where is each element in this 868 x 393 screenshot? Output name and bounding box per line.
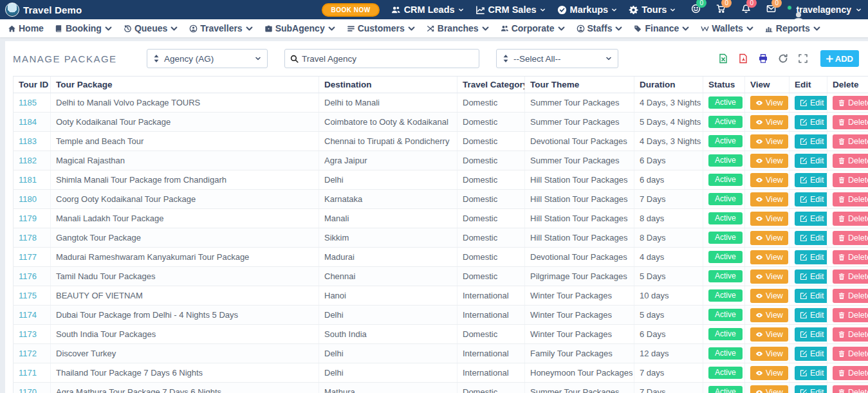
edit-button[interactable]: Edit	[795, 366, 827, 380]
tour-id-link[interactable]: 1181	[19, 175, 37, 185]
delete-button[interactable]: Delete	[833, 347, 868, 361]
tour-id-link[interactable]: 1178	[19, 233, 37, 242]
edit-button[interactable]: Edit	[795, 115, 827, 129]
delete-button[interactable]: Delete	[833, 270, 868, 284]
edit-button[interactable]: Edit	[795, 289, 827, 303]
brand[interactable]: Travel Demo	[5, 3, 82, 17]
nav-item-home[interactable]: Home	[8, 23, 44, 33]
menu-crm-sales[interactable]: CRM Sales	[476, 5, 546, 15]
edit-button[interactable]: Edit	[795, 154, 827, 168]
nav-item-finance[interactable]: Finance	[634, 23, 690, 33]
delete-button[interactable]: Delete	[833, 231, 868, 245]
edit-button[interactable]: Edit	[795, 231, 827, 245]
delete-button[interactable]: Delete	[833, 192, 868, 206]
delete-button[interactable]: Delete	[833, 212, 868, 226]
nav-item-subagency[interactable]: SubAgency	[264, 23, 336, 33]
fullscreen-button[interactable]	[798, 53, 808, 64]
edit-button[interactable]: Edit	[795, 347, 827, 361]
view-button[interactable]: View	[750, 115, 788, 129]
nav-item-branches[interactable]: Branches	[427, 23, 490, 33]
edit-button[interactable]: Edit	[795, 308, 827, 322]
view-button-label: View	[766, 137, 783, 146]
tour-id-link[interactable]: 1170	[19, 387, 37, 393]
edit-button[interactable]: Edit	[795, 173, 827, 187]
nav-item-reports[interactable]: Reports	[765, 23, 821, 33]
delete-button[interactable]: Delete	[833, 327, 868, 342]
view-button[interactable]: View	[750, 347, 788, 361]
view-button[interactable]: View	[750, 134, 788, 149]
delete-button[interactable]: Delete	[833, 96, 868, 110]
tour-id-link[interactable]: 1180	[19, 194, 37, 204]
tour-id-link[interactable]: 1175	[19, 291, 37, 300]
delete-button[interactable]: Delete	[833, 308, 868, 322]
edit-button[interactable]: Edit	[795, 270, 827, 284]
status-filter-select[interactable]: --Select All--	[496, 49, 618, 68]
book-now-button[interactable]: BOOK NOW	[322, 3, 379, 17]
nav-item-queues[interactable]: Queues	[124, 23, 178, 33]
delete-button[interactable]: Delete	[833, 250, 868, 264]
print-button[interactable]	[758, 53, 768, 64]
tour-id-link[interactable]: 1174	[19, 310, 37, 320]
excel-export-button[interactable]	[718, 53, 728, 64]
tour-id-link[interactable]: 1184	[19, 117, 37, 127]
view-button[interactable]: View	[750, 192, 788, 206]
chat-button[interactable]: 0	[691, 4, 701, 16]
pdf-export-button[interactable]	[738, 53, 748, 64]
user-menu[interactable]: travelagency	[791, 5, 862, 15]
view-button[interactable]: View	[750, 154, 788, 168]
delete-button[interactable]: Delete	[833, 366, 868, 380]
view-button[interactable]: View	[750, 366, 788, 380]
tour-id-link[interactable]: 1176	[19, 271, 37, 281]
view-button[interactable]: View	[750, 289, 788, 303]
edit-button[interactable]: Edit	[795, 212, 827, 226]
delete-button[interactable]: Delete	[833, 134, 868, 149]
delete-button[interactable]: Delete	[833, 115, 868, 129]
tour-id-link[interactable]: 1183	[19, 136, 37, 146]
agency-select[interactable]: Agency (AG)	[147, 49, 268, 68]
nav-item-customers[interactable]: Customers	[347, 23, 416, 33]
tour-id-link[interactable]: 1172	[19, 349, 37, 358]
view-button[interactable]: View	[750, 327, 788, 342]
nav-item-wallets[interactable]: Wallets	[701, 23, 754, 33]
edit-button[interactable]: Edit	[795, 134, 827, 149]
view-button[interactable]: View	[750, 250, 788, 264]
edit-button[interactable]: Edit	[795, 96, 827, 110]
view-button[interactable]: View	[750, 212, 788, 226]
menu-crm-leads[interactable]: CRM Leads	[391, 5, 464, 15]
view-button[interactable]: View	[750, 96, 788, 110]
delete-button[interactable]: Delete	[833, 154, 868, 168]
view-button[interactable]: View	[750, 308, 788, 322]
delete-button[interactable]: Delete	[833, 289, 868, 303]
edit-button[interactable]: Edit	[795, 385, 827, 393]
nav-item-corporate[interactable]: Corporate	[501, 23, 566, 33]
refresh-button[interactable]	[778, 53, 788, 64]
add-button[interactable]: ADD	[820, 50, 859, 67]
view-button[interactable]: View	[750, 385, 788, 393]
delete-button[interactable]: Delete	[833, 385, 868, 393]
tour-id-link[interactable]: 1182	[19, 156, 37, 165]
notifications-button[interactable]: 0	[741, 4, 751, 16]
shuffle-icon	[427, 24, 435, 33]
cart-button[interactable]: 0	[716, 4, 726, 16]
messages-button[interactable]: 0	[766, 4, 776, 16]
nav-item-booking[interactable]: Booking	[55, 23, 113, 33]
view-button[interactable]: View	[750, 173, 788, 187]
view-button[interactable]: View	[750, 231, 788, 245]
sort-arrows-icon	[503, 55, 509, 62]
tour-id-link[interactable]: 1171	[19, 368, 37, 378]
menu-tours[interactable]: Tours	[629, 5, 676, 15]
menu-markups[interactable]: Markups	[557, 5, 618, 15]
edit-button[interactable]: Edit	[795, 250, 827, 264]
edit-button[interactable]: Edit	[795, 327, 827, 342]
nav-item-staffs[interactable]: Staffs	[577, 23, 623, 33]
delete-button[interactable]: Delete	[833, 173, 868, 187]
tour-id-link[interactable]: 1179	[19, 214, 37, 223]
view-button[interactable]: View	[750, 270, 788, 284]
tour-id-link[interactable]: 1185	[19, 98, 37, 107]
tour-id-link[interactable]: 1177	[19, 252, 37, 262]
nav-item-travellers[interactable]: Travellers	[189, 23, 253, 33]
gear-icon	[629, 5, 638, 15]
tour-id-link[interactable]: 1173	[19, 329, 37, 339]
search-input[interactable]	[302, 54, 474, 64]
edit-button[interactable]: Edit	[795, 192, 827, 206]
